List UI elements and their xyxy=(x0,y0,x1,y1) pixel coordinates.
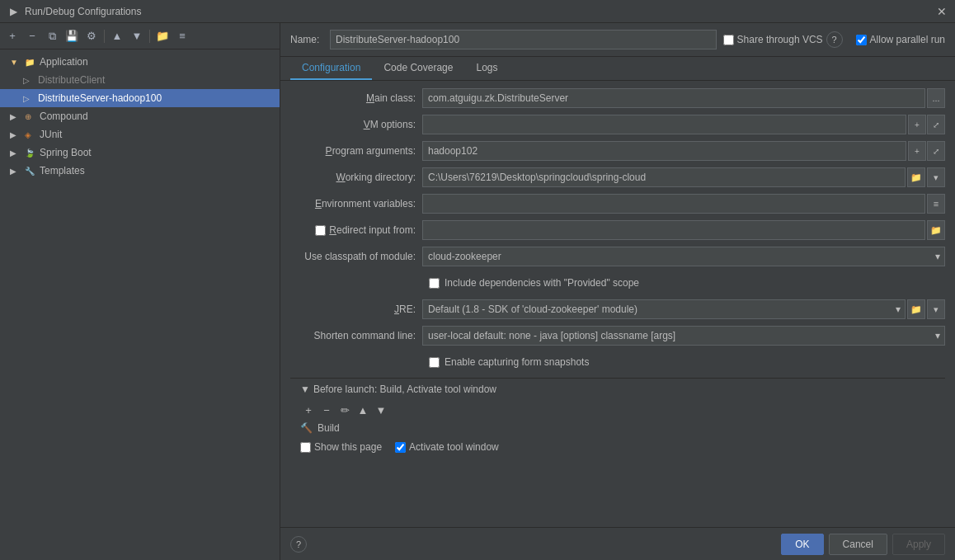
vm-options-fullscreen-button[interactable]: ⤢ xyxy=(927,115,945,134)
before-launch-section: ▼ Before launch: Build, Activate tool wi… xyxy=(290,378,945,458)
shorten-cmdline-select-wrap: user-local default: none - java [options… xyxy=(422,326,945,346)
tree-item-distributeserver[interactable]: ▷ DistributeServer-hadoop100 xyxy=(0,89,280,107)
build-icon: 🔨 xyxy=(300,422,313,434)
tab-configuration[interactable]: Configuration xyxy=(290,57,372,80)
before-launch-edit-button[interactable]: ✏ xyxy=(336,402,353,418)
redirect-input-input[interactable] xyxy=(422,220,925,240)
activate-tool-window-checkbox[interactable] xyxy=(395,442,406,453)
working-dir-field-group: 📁 ▾ xyxy=(422,167,945,187)
vm-options-expand-btns: + ⤢ xyxy=(908,115,945,134)
allow-parallel-section: Allow parallel run xyxy=(856,34,945,45)
sort-button[interactable]: ≡ xyxy=(173,27,191,45)
tab-logs[interactable]: Logs xyxy=(464,57,509,80)
env-vars-input[interactable] xyxy=(422,194,925,214)
settings-config-button[interactable]: ⚙ xyxy=(82,27,101,45)
before-launch-remove-button[interactable]: − xyxy=(318,402,335,418)
show-page-checkbox[interactable] xyxy=(300,442,311,453)
env-vars-row: Environment variables: ≡ xyxy=(290,193,945,214)
springboot-icon: 🍃 xyxy=(25,148,36,158)
main-class-input[interactable] xyxy=(422,88,925,108)
save-config-button[interactable]: 💾 xyxy=(63,27,81,45)
tree-item-compound[interactable]: ▶ ⊕ Compound xyxy=(0,107,280,125)
before-launch-add-button[interactable]: + xyxy=(300,402,317,418)
share-vcs-help-icon[interactable]: ? xyxy=(826,31,843,48)
activate-tool-window-group: Activate tool window xyxy=(395,441,499,453)
tree-label-springboot: Spring Boot xyxy=(40,147,92,158)
expand-icon-templates: ▶ xyxy=(10,167,21,176)
env-vars-edit-button[interactable]: ≡ xyxy=(927,194,945,214)
working-dir-browse-button[interactable]: 📁 xyxy=(907,167,925,187)
tree-label-templates: Templates xyxy=(40,165,85,176)
ok-button[interactable]: OK xyxy=(781,534,823,555)
jre-field-group: Default (1.8 - SDK of 'cloud-zookeeper' … xyxy=(422,299,945,319)
classpath-module-select[interactable]: cloud-zookeeper xyxy=(422,247,945,266)
before-launch-collapse-icon[interactable]: ▼ xyxy=(300,384,310,395)
jre-row: JRE: Default (1.8 - SDK of 'cloud-zookee… xyxy=(290,299,945,320)
tree-item-distributeclient[interactable]: ▷ DistributeClient xyxy=(0,71,280,89)
main-class-label: Main class: xyxy=(290,92,422,104)
form-snapshots-row: Enable capturing form snapshots xyxy=(290,351,945,373)
program-args-expand-button[interactable]: + xyxy=(908,141,926,161)
name-input[interactable] xyxy=(330,30,717,49)
title-bar-title: Run/Debug Configurations xyxy=(25,6,930,17)
expand-icon-springboot: ▶ xyxy=(10,148,21,158)
share-vcs-checkbox[interactable] xyxy=(723,35,734,45)
jre-browse-button[interactable]: 📁 xyxy=(907,299,925,319)
classpath-module-row: Use classpath of module: cloud-zookeeper xyxy=(290,246,945,267)
redirect-input-field-group: 📁 xyxy=(422,220,945,240)
program-args-input[interactable] xyxy=(422,141,906,161)
redirect-input-checkbox[interactable] xyxy=(315,225,326,236)
folder-button[interactable]: 📁 xyxy=(153,27,172,45)
program-args-row: Program arguments: + ⤢ xyxy=(290,140,945,162)
junit-icon: ◈ xyxy=(25,130,36,139)
jre-select-wrap: Default (1.8 - SDK of 'cloud-zookeeper' … xyxy=(422,299,906,319)
compound-icon: ⊕ xyxy=(25,112,36,121)
working-dir-macro-button[interactable]: ▾ xyxy=(927,167,945,187)
expand-icon-junit: ▶ xyxy=(10,130,21,139)
apply-button[interactable]: Apply xyxy=(892,534,945,555)
classpath-module-select-wrap: cloud-zookeeper xyxy=(422,247,945,266)
program-args-label: Program arguments: xyxy=(290,145,422,157)
jre-drop-button[interactable]: ▾ xyxy=(927,299,945,319)
remove-config-button[interactable]: − xyxy=(23,27,41,45)
config-tree[interactable]: ▼ 📁 Application ▷ DistributeClient ▷ Dis… xyxy=(0,49,280,560)
main-class-row: Main class: ... xyxy=(290,87,945,109)
tree-item-templates[interactable]: ▶ 🔧 Templates xyxy=(0,162,280,180)
copy-config-button[interactable]: ⧉ xyxy=(43,27,61,45)
program-args-fullscreen-button[interactable]: ⤢ xyxy=(927,141,945,161)
help-button[interactable]: ? xyxy=(290,536,307,553)
close-button[interactable]: ✕ xyxy=(935,5,948,18)
show-page-group: Show this page xyxy=(300,441,382,453)
move-up-button[interactable]: ▲ xyxy=(108,27,126,45)
move-down-button[interactable]: ▼ xyxy=(128,27,146,45)
tree-item-application[interactable]: ▼ 📁 Application xyxy=(0,53,280,71)
form-snapshots-checkbox[interactable] xyxy=(429,357,440,368)
shorten-cmdline-select[interactable]: user-local default: none - java [options… xyxy=(422,326,945,346)
cancel-button[interactable]: Cancel xyxy=(829,534,887,555)
working-dir-row: Working directory: 📁 ▾ xyxy=(290,167,945,188)
tree-label-distributeserver: DistributeServer-hadoop100 xyxy=(38,92,162,104)
allow-parallel-label: Allow parallel run xyxy=(870,34,945,45)
toolbar-separator xyxy=(104,30,105,43)
main-class-browse-button[interactable]: ... xyxy=(927,88,945,108)
before-launch-up-button[interactable]: ▲ xyxy=(355,402,371,418)
vm-options-input[interactable] xyxy=(422,115,906,134)
tab-code-coverage[interactable]: Code Coverage xyxy=(372,57,464,80)
app-folder-icon: 📁 xyxy=(25,58,36,67)
run-icon-client: ▷ xyxy=(23,76,35,85)
include-deps-checkbox[interactable] xyxy=(429,278,440,289)
jre-select[interactable]: Default (1.8 - SDK of 'cloud-zookeeper' … xyxy=(422,299,906,319)
redirect-input-browse-button[interactable]: 📁 xyxy=(927,220,945,240)
build-item-row: 🔨 Build xyxy=(290,420,945,436)
tree-item-junit[interactable]: ▶ ◈ JUnit xyxy=(0,125,280,144)
run-icon-server: ▷ xyxy=(23,94,35,103)
vm-options-expand-button[interactable]: + xyxy=(908,115,926,134)
add-config-button[interactable]: + xyxy=(3,27,21,45)
form-snapshots-label: Enable capturing form snapshots xyxy=(445,356,589,368)
tree-label-distributeclient: DistributeClient xyxy=(38,74,105,86)
before-launch-down-button[interactable]: ▼ xyxy=(373,402,389,418)
program-args-field-group: + ⤢ xyxy=(422,141,945,161)
tree-item-springboot[interactable]: ▶ 🍃 Spring Boot xyxy=(0,144,280,162)
allow-parallel-checkbox[interactable] xyxy=(856,35,867,45)
working-dir-input[interactable] xyxy=(422,167,906,187)
